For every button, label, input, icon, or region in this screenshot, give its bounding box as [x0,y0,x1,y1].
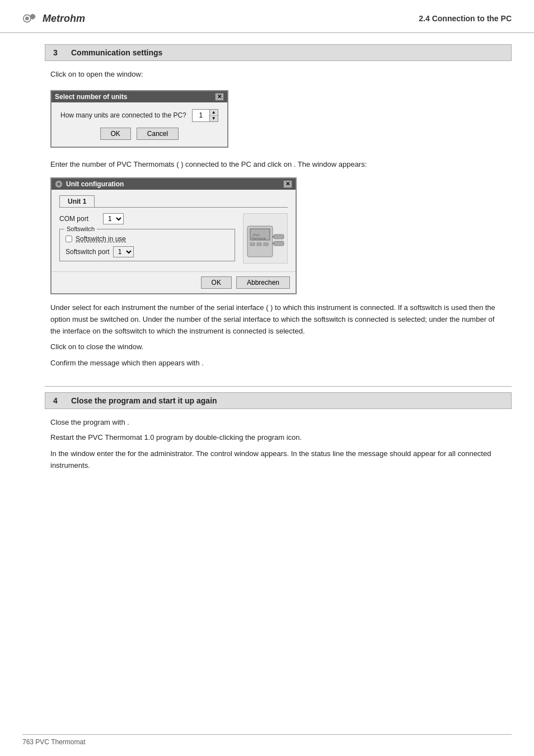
unit-config-title: Unit configuration [66,180,124,188]
softswitch-body: Softswitch in use Softswitch port 1 2 3 [65,235,229,257]
select-units-btn-row: OK Cancel [60,128,218,140]
step3-para3: Click on to close the window. [50,341,506,353]
step3-para2: Under select for each instrument the num… [50,302,506,337]
svg-rect-7 [257,243,261,246]
step3-body-text1: Enter the number of PVC Thermomats ( ) c… [50,159,506,170]
unit-config-btn-row: OK Abbrechen [51,271,296,293]
spinner-up-btn[interactable]: ▲ [210,110,218,116]
step3-header: 3 Communication settings [45,44,512,61]
units-question-row: How many units are connected to the PC? … [60,109,218,122]
select-units-close-btn[interactable]: ✕ [215,93,224,101]
units-spinner[interactable]: ▲ ▼ [192,109,218,122]
softswitch-checkbox-label: Softswitch in use [76,235,126,243]
com-port-row: COM port 1 2 3 4 [59,213,235,224]
page-header: Metrohm 2.4 Connection to the PC [0,0,534,33]
instrument-image: PVC Thermomat [243,213,288,264]
step3-body: Click on to open the window: Select numb… [45,69,512,369]
step4-block: 4 Close the program and start it up agai… [45,392,512,472]
step3-title: Communication settings [71,48,162,57]
units-question-label: How many units are connected to the PC? [60,111,186,119]
softswitch-port-label: Softswitch port [65,248,110,256]
softswitch-checkbox-row: Softswitch in use [65,235,229,243]
unit-config-ok-btn[interactable]: OK [201,276,232,289]
footer-left-text: 763 PVC Thermomat [22,738,86,746]
softswitch-port-select[interactable]: 1 2 3 [113,246,134,257]
unit-config-cancel-btn[interactable]: Abbrechen [236,276,290,289]
step4-para4: In the window enter the for the administ… [50,448,506,472]
spinner-down-btn[interactable]: ▼ [210,116,218,121]
select-units-cancel-btn[interactable]: Cancel [137,128,179,140]
unit1-tab[interactable]: Unit 1 [59,195,95,207]
softswitch-checkbox[interactable] [65,236,72,242]
com-port-label: COM port [59,215,99,223]
step4-header: 4 Close the program and start it up agai… [45,392,512,409]
spinner-btns: ▲ ▼ [209,110,218,121]
unit-config-dialog: Unit configuration ✕ Unit 1 COM port [50,177,297,294]
logo-text: Metrohm [43,13,85,25]
main-content: 3 Communication settings Click on to ope… [0,33,534,505]
select-units-dialog: Select number of units ✕ How many units … [50,90,228,148]
select-units-titlebar: Select number of units ✕ [51,91,227,102]
svg-rect-8 [264,243,268,246]
step4-number: 4 [53,396,64,405]
step4-body: Close the program with . Restart the PVC… [45,417,512,472]
svg-rect-10 [274,241,284,246]
svg-rect-9 [274,234,284,239]
softswitch-port-row: Softswitch port 1 2 3 [65,246,229,257]
step4-para1: Close the program with . [50,417,506,428]
step3-intro: Click on to open the window: [50,69,506,80]
config-left-panel: COM port 1 2 3 4 Softswitch [59,213,235,266]
unit-config-body: Unit 1 COM port 1 2 3 4 [51,190,296,271]
header-section-title: 2.4 Connection to the PC [419,14,512,23]
com-port-select[interactable]: 1 2 3 4 [103,213,124,224]
unit-config-titlebar: Unit configuration ✕ [51,179,296,190]
config-main-row: COM port 1 2 3 4 Softswitch [59,213,288,266]
select-units-title: Select number of units [55,93,127,101]
softswitch-group: Softswitch Softswitch in use Softswitch … [59,229,235,261]
svg-point-1 [25,17,29,21]
step3-para4: Confirm the message which then appears w… [50,358,506,369]
step4-title: Close the program and start it up again [71,396,217,405]
select-units-body: How many units are connected to the PC? … [51,102,227,147]
units-spinner-value[interactable] [193,110,209,120]
step4-para3: Restart the PVC Thermomat 1.0 program by… [50,432,506,444]
step3-block: 3 Communication settings Click on to ope… [45,44,512,369]
svg-text:Thermomat: Thermomat [251,237,266,240]
section-divider [45,386,512,387]
instrument-svg: PVC Thermomat [245,215,287,262]
page-footer: 763 PVC Thermomat [22,734,512,746]
logo-area: Metrohm [22,10,85,27]
unit-config-tabs: Unit 1 [59,195,288,208]
svg-point-3 [57,182,60,186]
unit-config-icon [55,180,63,188]
unit-config-title-area: Unit configuration [55,180,124,188]
select-units-ok-btn[interactable]: OK [100,128,131,140]
softswitch-legend: Softswitch [64,226,97,232]
svg-rect-6 [250,243,255,246]
metrohm-logo-icon [22,10,39,27]
step3-number: 3 [53,48,64,57]
unit-config-close-btn[interactable]: ✕ [283,180,292,188]
